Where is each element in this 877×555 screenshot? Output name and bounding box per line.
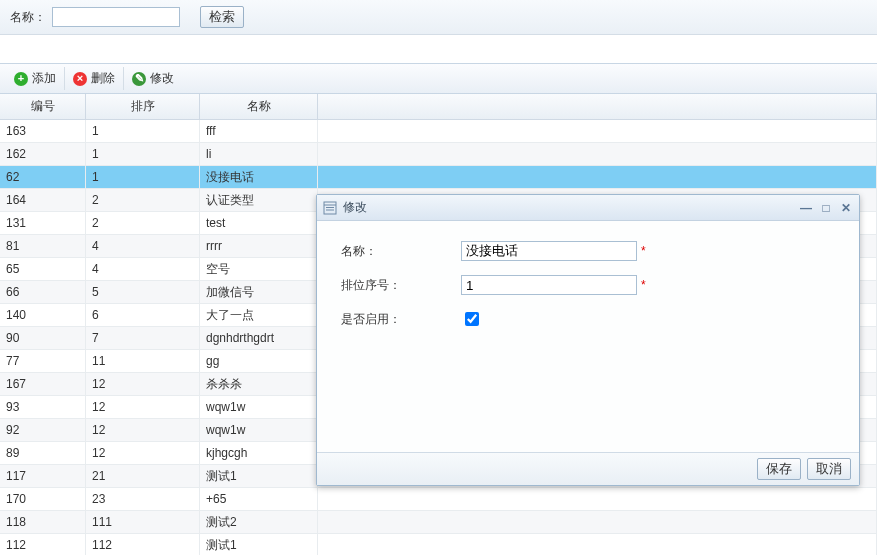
cell-sort: 21	[86, 465, 200, 487]
minimize-icon[interactable]: —	[799, 201, 813, 215]
cell-name: wqw1w	[200, 396, 318, 418]
table-row[interactable]: 118111测试2	[0, 511, 877, 534]
close-icon[interactable]: ✕	[839, 201, 853, 215]
cancel-button-label: 取消	[816, 460, 842, 478]
cell-id: 62	[0, 166, 86, 188]
toolbar: + 添加 × 删除 ✎ 修改	[0, 63, 877, 94]
cell-sort: 12	[86, 373, 200, 395]
x-icon: ×	[73, 72, 87, 86]
col-header-id[interactable]: 编号	[0, 94, 86, 119]
required-mark: *	[641, 244, 646, 258]
search-bar: 名称： 检索	[0, 0, 877, 35]
cell-sort: 1	[86, 143, 200, 165]
plus-icon: +	[14, 72, 28, 86]
add-button-label: 添加	[32, 70, 56, 87]
pencil-icon: ✎	[132, 72, 146, 86]
dialog-body: 名称： * 排位序号： * 是否启用：	[317, 221, 859, 452]
cancel-button[interactable]: 取消	[807, 458, 851, 480]
dialog-titlebar[interactable]: 修改 — □ ✕	[317, 195, 859, 221]
cell-sort: 12	[86, 419, 200, 441]
search-button-label: 检索	[209, 8, 235, 26]
cell-name: 没接电话	[200, 166, 318, 188]
table-row[interactable]: 112112测试1	[0, 534, 877, 555]
edit-dialog: 修改 — □ ✕ 名称： * 排位序号： * 是否启用： 保存	[316, 194, 860, 486]
panel-icon	[323, 201, 337, 215]
add-button[interactable]: + 添加	[6, 67, 65, 90]
cell-sort: 7	[86, 327, 200, 349]
cell-id: 117	[0, 465, 86, 487]
col-header-name[interactable]: 名称	[200, 94, 318, 119]
cell-sort: 11	[86, 350, 200, 372]
cell-name: 空号	[200, 258, 318, 280]
cell-sort: 1	[86, 166, 200, 188]
maximize-icon[interactable]: □	[819, 201, 833, 215]
table-row[interactable]: 1631fff	[0, 120, 877, 143]
cell-id: 92	[0, 419, 86, 441]
delete-button[interactable]: × 删除	[65, 67, 124, 90]
table-row[interactable]: 1621li	[0, 143, 877, 166]
cell-name: 加微信号	[200, 281, 318, 303]
cell-id: 170	[0, 488, 86, 510]
save-button-label: 保存	[766, 460, 792, 478]
cell-name: 测试1	[200, 534, 318, 555]
cell-rest	[318, 166, 877, 188]
cell-rest	[318, 120, 877, 142]
cell-sort: 1	[86, 120, 200, 142]
name-label: 名称：	[341, 243, 461, 260]
table-row[interactable]: 17023+65	[0, 488, 877, 511]
cell-id: 131	[0, 212, 86, 234]
edit-button[interactable]: ✎ 修改	[124, 67, 182, 90]
cell-id: 77	[0, 350, 86, 372]
cell-id: 164	[0, 189, 86, 211]
cell-name: fff	[200, 120, 318, 142]
cell-name: test	[200, 212, 318, 234]
cell-sort: 12	[86, 442, 200, 464]
sort-label: 排位序号：	[341, 277, 461, 294]
cell-name: 测试2	[200, 511, 318, 533]
cell-id: 66	[0, 281, 86, 303]
save-button[interactable]: 保存	[757, 458, 801, 480]
cell-sort: 4	[86, 235, 200, 257]
cell-id: 81	[0, 235, 86, 257]
page-root: 名称： 检索 + 添加 × 删除 ✎ 修改 编号 排序 名称 1631fff16…	[0, 0, 877, 555]
search-button[interactable]: 检索	[200, 6, 244, 28]
cell-rest	[318, 488, 877, 510]
form-row-sort: 排位序号： *	[341, 275, 835, 295]
cell-id: 167	[0, 373, 86, 395]
cell-name: kjhgcgh	[200, 442, 318, 464]
cell-id: 118	[0, 511, 86, 533]
table-row[interactable]: 621没接电话	[0, 166, 877, 189]
grid-header: 编号 排序 名称	[0, 94, 877, 120]
cell-rest	[318, 511, 877, 533]
cell-name: 杀杀杀	[200, 373, 318, 395]
search-input[interactable]	[52, 7, 180, 27]
cell-sort: 5	[86, 281, 200, 303]
cell-id: 90	[0, 327, 86, 349]
cell-rest	[318, 534, 877, 555]
required-mark: *	[641, 278, 646, 292]
enable-checkbox[interactable]	[465, 312, 479, 326]
cell-id: 89	[0, 442, 86, 464]
cell-sort: 6	[86, 304, 200, 326]
cell-name: rrrr	[200, 235, 318, 257]
name-input[interactable]	[461, 241, 637, 261]
enable-label: 是否启用：	[341, 311, 461, 328]
cell-name: wqw1w	[200, 419, 318, 441]
cell-name: 测试1	[200, 465, 318, 487]
sort-input[interactable]	[461, 275, 637, 295]
cell-id: 140	[0, 304, 86, 326]
cell-id: 162	[0, 143, 86, 165]
cell-sort: 4	[86, 258, 200, 280]
cell-id: 93	[0, 396, 86, 418]
cell-sort: 112	[86, 534, 200, 555]
dialog-title: 修改	[343, 199, 367, 216]
col-header-rest	[318, 94, 877, 119]
cell-id: 65	[0, 258, 86, 280]
edit-button-label: 修改	[150, 70, 174, 87]
cell-name: dgnhdrthgdrt	[200, 327, 318, 349]
col-header-sort[interactable]: 排序	[86, 94, 200, 119]
cell-name: +65	[200, 488, 318, 510]
cell-id: 112	[0, 534, 86, 555]
cell-sort: 111	[86, 511, 200, 533]
cell-name: gg	[200, 350, 318, 372]
